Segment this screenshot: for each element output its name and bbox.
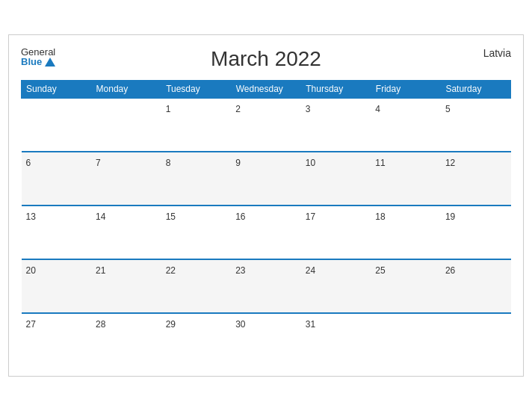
calendar-week-row: 12345	[22, 98, 511, 152]
day-number: 7	[96, 158, 101, 168]
calendar-cell: 14	[91, 206, 161, 259]
day-number: 27	[26, 319, 36, 330]
day-number: 28	[96, 319, 105, 330]
calendar-week-row: 13141516171819	[22, 206, 511, 259]
day-number: 16	[235, 211, 245, 222]
header-tuesday: Tuesday	[161, 81, 232, 99]
day-number: 22	[166, 265, 176, 276]
calendar-cell: 8	[161, 152, 232, 206]
calendar-week-row: 6789101112	[22, 152, 511, 206]
day-number: 29	[166, 319, 176, 330]
calendar-cell: 29	[161, 313, 232, 367]
header-wednesday: Wednesday	[231, 81, 301, 99]
logo: General Blue	[21, 47, 55, 67]
country-label: Latvia	[483, 47, 511, 59]
calendar-cell: 23	[231, 259, 301, 313]
calendar-cell: 16	[231, 206, 301, 259]
day-number: 4	[375, 104, 380, 114]
day-number: 24	[306, 265, 315, 276]
calendar-cell: 4	[371, 98, 441, 152]
calendar-cell: 28	[91, 313, 161, 367]
day-number: 23	[235, 265, 245, 276]
day-number: 25	[375, 265, 385, 276]
day-number: 18	[375, 211, 385, 222]
calendar-cell: 1	[161, 98, 232, 152]
calendar-cell: 11	[371, 152, 441, 206]
day-number: 9	[235, 158, 241, 168]
day-number: 20	[26, 265, 36, 276]
calendar-week-row: 20212223242526	[22, 259, 511, 313]
day-number: 6	[26, 158, 31, 168]
header-sunday: Sunday	[22, 81, 92, 99]
calendar-cell: 13	[22, 206, 92, 259]
day-number: 8	[166, 158, 171, 168]
day-number: 15	[166, 211, 176, 222]
day-number: 19	[445, 211, 455, 222]
calendar-cell: 5	[441, 98, 511, 152]
day-number: 17	[306, 211, 315, 222]
calendar-header: General Blue March 2022 Latvia	[21, 47, 511, 71]
calendar-cell: 21	[91, 259, 161, 313]
calendar-cell: 3	[301, 98, 371, 152]
calendar-cell: 31	[301, 313, 371, 367]
calendar-cell: 25	[371, 259, 441, 313]
calendar-cell: 20	[22, 259, 92, 313]
calendar-cell: 7	[91, 152, 161, 206]
day-number: 12	[445, 158, 455, 168]
calendar-grid: Sunday Monday Tuesday Wednesday Thursday…	[21, 80, 511, 367]
day-number: 30	[235, 319, 245, 330]
header-friday: Friday	[371, 81, 441, 99]
calendar-cell	[371, 313, 441, 367]
calendar-week-row: 2728293031	[22, 313, 511, 367]
weekday-header-row: Sunday Monday Tuesday Wednesday Thursday…	[22, 81, 511, 99]
day-number: 1	[166, 104, 171, 114]
day-number: 14	[96, 211, 105, 222]
day-number: 21	[96, 265, 105, 276]
logo-triangle-icon	[45, 58, 55, 67]
calendar-cell	[22, 98, 92, 152]
day-number: 10	[306, 158, 315, 168]
calendar-cell: 9	[231, 152, 301, 206]
calendar-title: March 2022	[211, 47, 321, 71]
calendar-cell: 27	[22, 313, 92, 367]
calendar-cell: 22	[161, 259, 232, 313]
calendar-cell	[441, 313, 511, 367]
calendar-cell	[91, 98, 161, 152]
day-number: 13	[26, 211, 36, 222]
calendar-cell: 18	[371, 206, 441, 259]
header-saturday: Saturday	[441, 81, 511, 99]
calendar-cell: 30	[231, 313, 301, 367]
day-number: 2	[235, 104, 241, 114]
day-number: 3	[306, 104, 311, 114]
day-number: 11	[375, 158, 385, 168]
header-monday: Monday	[91, 81, 161, 99]
day-number: 5	[445, 104, 451, 114]
calendar-cell: 2	[231, 98, 301, 152]
day-number: 31	[306, 319, 315, 330]
calendar-cell: 15	[161, 206, 232, 259]
calendar-container: General Blue March 2022 Latvia Sunday Mo…	[8, 34, 524, 377]
calendar-cell: 26	[441, 259, 511, 313]
logo-blue-text: Blue	[21, 57, 55, 67]
header-thursday: Thursday	[301, 81, 371, 99]
day-number: 26	[445, 265, 455, 276]
calendar-cell: 24	[301, 259, 371, 313]
calendar-cell: 17	[301, 206, 371, 259]
calendar-cell: 10	[301, 152, 371, 206]
calendar-cell: 19	[441, 206, 511, 259]
calendar-cell: 6	[22, 152, 92, 206]
calendar-cell: 12	[441, 152, 511, 206]
